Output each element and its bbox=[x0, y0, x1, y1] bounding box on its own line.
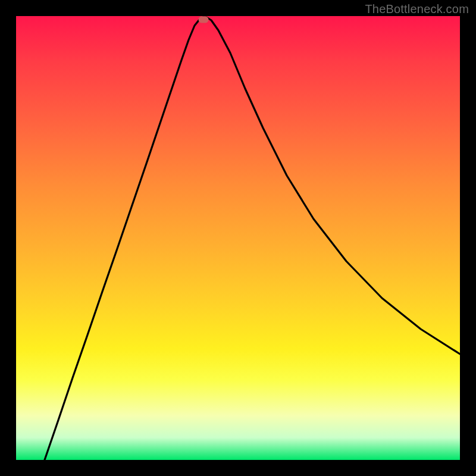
bottleneck-curve bbox=[16, 16, 460, 460]
minimum-marker bbox=[199, 17, 209, 23]
watermark-text: TheBottleneck.com bbox=[365, 2, 469, 16]
chart-plot-area bbox=[16, 16, 460, 460]
